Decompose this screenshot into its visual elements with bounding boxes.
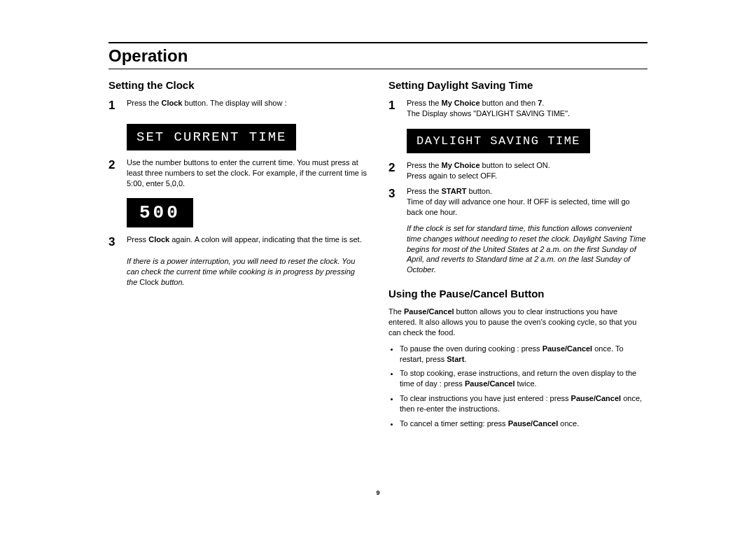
step-text: Press the START button. Time of day will… <box>407 186 648 218</box>
heading-setting-the-clock: Setting the Clock <box>108 79 368 91</box>
bullet-clear: To clear instructions you have just ente… <box>400 393 648 414</box>
two-column-layout: Setting the Clock 1 Press the Clock butt… <box>108 79 648 433</box>
step-text: Press Clock again. A colon will appear, … <box>127 234 368 251</box>
clock-step-3: 3 Press Clock again. A colon will appear… <box>108 234 368 251</box>
dst-step-2: 2 Press the My Choice button to select O… <box>388 160 648 181</box>
bullet-stop: To stop cooking, erase instructions, and… <box>400 368 648 389</box>
step-number: 2 <box>388 160 400 181</box>
dst-step-1: 1 Press the My Choice button and then 7.… <box>388 98 648 119</box>
page-number: 9 <box>108 489 648 496</box>
step-text: Press the My Choice button to select ON.… <box>407 160 648 181</box>
bullet-pause: To pause the oven during cooking : press… <box>400 344 648 365</box>
lcd-display-set-current-time: SET CURRENT TIME <box>127 124 296 150</box>
manual-page: Operation Setting the Clock 1 Press the … <box>0 0 756 510</box>
clock-note: If there is a power interruption, you wi… <box>127 256 368 288</box>
page-title: Operation <box>108 46 648 66</box>
step-number: 1 <box>108 98 120 114</box>
left-column: Setting the Clock 1 Press the Clock butt… <box>108 79 368 433</box>
step-number: 1 <box>388 98 400 119</box>
step-number: 2 <box>108 157 120 189</box>
bullet-timer: To cancel a timer setting: press Pause/C… <box>400 419 648 429</box>
clock-step-2: 2 Use the number buttons to enter the cu… <box>108 157 368 189</box>
step-text: Press the My Choice button and then 7. T… <box>407 98 648 119</box>
step-text: Use the number buttons to enter the curr… <box>127 157 368 189</box>
step-number: 3 <box>388 186 400 218</box>
lcd-display-daylight-saving: DAYLIGHT SAVING TIME <box>407 129 590 153</box>
pause-cancel-intro: The Pause/Cancel button allows you to cl… <box>388 307 648 338</box>
heading-pause-cancel: Using the Pause/Cancel Button <box>388 288 648 300</box>
lcd-display-500: 500 <box>127 198 193 227</box>
step-number: 3 <box>108 234 120 251</box>
pause-cancel-bullets: To pause the oven during cooking : press… <box>388 344 648 429</box>
title-underline <box>108 69 648 69</box>
top-rule <box>108 42 648 43</box>
dst-note: If the clock is set for standard time, t… <box>407 223 648 275</box>
dst-step-3: 3 Press the START button. Time of day wi… <box>388 186 648 218</box>
clock-step-1: 1 Press the Clock button. The display wi… <box>108 98 368 114</box>
right-column: Setting Daylight Saving Time 1 Press the… <box>388 79 648 433</box>
step-text: Press the Clock button. The display will… <box>127 98 368 114</box>
heading-daylight-saving: Setting Daylight Saving Time <box>388 79 648 91</box>
